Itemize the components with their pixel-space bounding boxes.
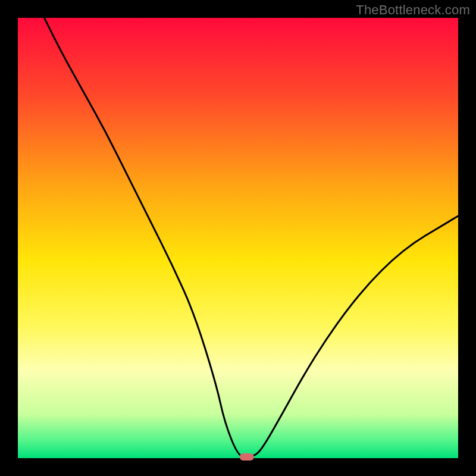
optimal-marker	[240, 453, 254, 461]
attribution-label: TheBottleneck.com	[356, 2, 470, 18]
chart-canvas	[0, 0, 476, 476]
plot-area	[18, 18, 458, 458]
bottleneck-chart: TheBottleneck.com	[0, 0, 476, 476]
